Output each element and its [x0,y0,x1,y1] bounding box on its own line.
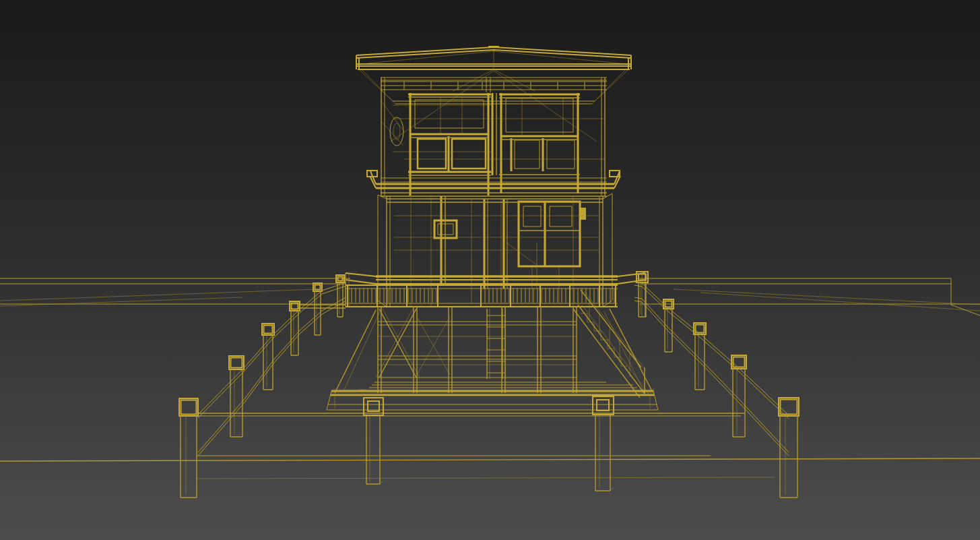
viewport-canvas[interactable] [0,0,980,540]
plinth-top-face [331,389,655,395]
viewport[interactable] [0,0,980,540]
corner-bright-panel [580,208,586,220]
